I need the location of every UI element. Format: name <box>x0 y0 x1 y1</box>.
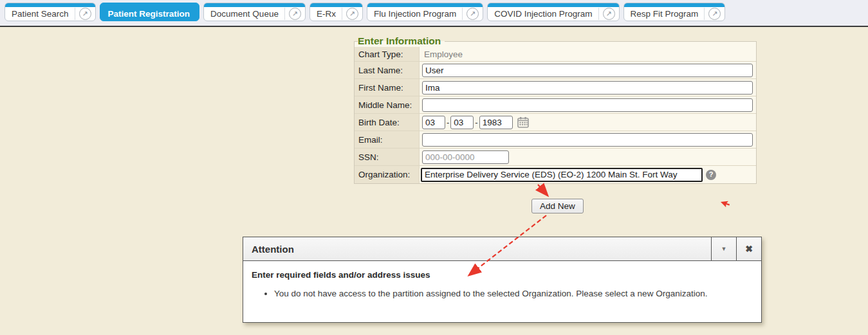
help-icon[interactable]: ? <box>706 170 716 180</box>
chart-type-value: Employee <box>422 50 463 59</box>
last-name-input[interactable] <box>422 64 753 77</box>
open-in-new-window-icon[interactable]: ↗ <box>603 8 615 20</box>
dialog-title: Attention <box>243 237 711 260</box>
form-row-first-name: First Name: <box>355 79 756 96</box>
form-row-chart-type: Chart Type: Employee <box>355 47 756 62</box>
open-in-new-window-icon[interactable]: ↗ <box>346 8 358 20</box>
tab-patient-search[interactable]: Patient Search ↗ <box>5 3 96 21</box>
form-row-middle-name: Middle Name: <box>355 96 756 114</box>
date-separator: - <box>447 118 449 127</box>
collapse-button[interactable]: ▼ <box>711 237 736 260</box>
organization-label: Organization: <box>355 166 420 183</box>
open-in-new-window-icon[interactable]: ↗ <box>289 8 301 20</box>
tab-document-queue[interactable]: Document Queue ↗ <box>203 3 306 21</box>
form-row-organization: Organization: ? <box>355 166 756 183</box>
dialog-heading: Enter required fields and/or address iss… <box>252 270 752 280</box>
form-row-birth-date: Birth Date: - - <box>355 114 756 131</box>
last-name-label: Last Name: <box>355 62 420 78</box>
tab-divider <box>342 8 342 20</box>
tab-label: COVID Injection Program <box>494 9 592 19</box>
birth-date-label: Birth Date: <box>355 114 420 131</box>
form-row-ssn: SSN: <box>355 149 756 166</box>
form-row-last-name: Last Name: <box>355 62 756 79</box>
birth-day-input[interactable] <box>450 116 474 129</box>
enter-information-fieldset: Enter Information Chart Type: Employee L… <box>354 35 757 184</box>
organization-input[interactable] <box>421 168 703 182</box>
tab-flu-injection-program[interactable]: Flu Injection Program ↗ <box>367 3 483 21</box>
middle-name-label: Middle Name: <box>355 96 420 113</box>
open-in-new-window-icon[interactable]: ↗ <box>708 8 721 20</box>
form-row-email: Email: <box>355 131 756 149</box>
annotation-arrow-to-add-new <box>538 185 548 195</box>
tab-e-rx[interactable]: E-Rx ↗ <box>309 3 363 21</box>
birth-year-input[interactable] <box>479 116 513 129</box>
first-name-input[interactable] <box>422 81 753 95</box>
tab-label: Patient Search <box>12 9 69 19</box>
tab-divider <box>598 8 599 20</box>
ssn-label: SSN: <box>355 149 420 165</box>
close-icon: ✖ <box>745 244 753 254</box>
tab-patient-registration[interactable]: Patient Registration <box>100 3 200 21</box>
error-list: You do not have access to the partition … <box>252 289 752 298</box>
open-in-new-window-icon[interactable]: ↗ <box>79 8 91 20</box>
red-cursor-icon <box>721 197 731 208</box>
tab-label: Resp Fit Program <box>631 9 699 19</box>
tab-divider <box>284 8 285 20</box>
tab-label: Flu Injection Program <box>374 9 456 19</box>
email-input[interactable] <box>422 133 753 147</box>
ssn-input[interactable] <box>422 150 509 164</box>
form-legend: Enter Information <box>358 35 445 47</box>
add-new-button[interactable]: Add New <box>531 199 584 213</box>
middle-name-input[interactable] <box>422 98 753 112</box>
tab-divider <box>704 8 705 20</box>
email-label: Email: <box>355 131 420 148</box>
tab-divider <box>75 8 75 20</box>
date-separator: - <box>475 118 477 127</box>
tab-covid-injection-program[interactable]: COVID Injection Program ↗ <box>487 3 619 21</box>
error-item: You do not have access to the partition … <box>274 289 752 298</box>
close-button[interactable]: ✖ <box>736 237 761 260</box>
dialog-body: Enter required fields and/or address iss… <box>243 261 761 298</box>
open-in-new-window-icon[interactable]: ↗ <box>466 8 479 20</box>
first-name-label: First Name: <box>355 79 420 96</box>
tab-label: Document Queue <box>210 9 279 19</box>
attention-dialog: Attention ▼ ✖ Enter required fields and/… <box>243 237 762 323</box>
birth-month-input[interactable] <box>422 116 445 129</box>
tab-bar: Patient Search ↗ Patient Registration Do… <box>0 0 868 27</box>
chart-type-label: Chart Type: <box>355 47 420 61</box>
calendar-icon[interactable] <box>517 116 529 128</box>
attention-dialog-header: Attention ▼ ✖ <box>243 237 761 261</box>
tab-divider <box>462 8 463 20</box>
chevron-down-icon: ▼ <box>721 246 727 252</box>
tab-label: Patient Registration <box>108 9 190 19</box>
tab-resp-fit-program[interactable]: Resp Fit Program ↗ <box>623 3 726 21</box>
tab-label: E-Rx <box>317 9 336 19</box>
